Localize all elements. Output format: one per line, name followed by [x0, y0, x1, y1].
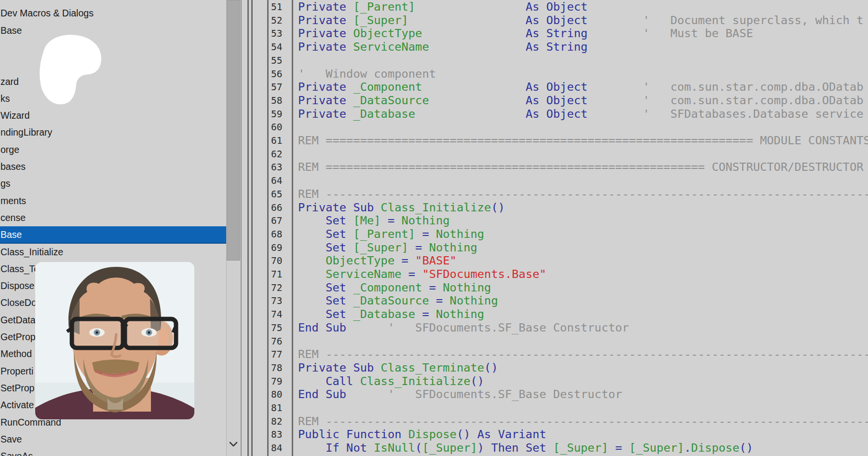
- tree-item[interactable]: Dev Macros & Dialogs: [0, 5, 226, 22]
- line-number[interactable]: 55: [271, 54, 282, 68]
- window-splitter[interactable]: [251, 0, 253, 456]
- line-number[interactable]: 58: [271, 94, 282, 108]
- tree-item[interactable]: gs: [0, 175, 226, 192]
- code-line[interactable]: REM ------------------------------------…: [298, 188, 868, 201]
- code-line[interactable]: Private ObjectType As String ' Must be B…: [298, 27, 753, 41]
- tree-item[interactable]: ndingLibrary: [0, 124, 226, 141]
- line-number[interactable]: 64: [271, 174, 282, 188]
- line-number[interactable]: 74: [271, 308, 282, 321]
- line-number[interactable]: 53: [271, 27, 282, 41]
- code-line[interactable]: Set [Me] = Nothing: [298, 214, 450, 228]
- code-line[interactable]: End Sub ' SFDocuments.SF_Base Destructor: [298, 388, 622, 401]
- line-number[interactable]: 60: [271, 121, 282, 134]
- tree-item[interactable]: SaveAs: [0, 448, 226, 456]
- code-line[interactable]: REM ====================================…: [298, 134, 868, 148]
- line-number[interactable]: 81: [271, 401, 282, 415]
- line-number[interactable]: 68: [271, 228, 282, 241]
- code-line[interactable]: Public Function Dispose() As Variant: [298, 428, 546, 442]
- tree-item[interactable]: orge: [0, 141, 226, 158]
- tree-item[interactable]: Save: [0, 431, 226, 448]
- code-line[interactable]: ' Window component: [298, 68, 436, 81]
- line-number[interactable]: 80: [271, 388, 282, 401]
- code-line[interactable]: Private Sub Class_Terminate(): [298, 361, 498, 375]
- panel-edge-border: [241, 0, 242, 456]
- code-line[interactable]: Private _Component As Object ' com.sun.s…: [298, 81, 864, 94]
- tree-item-label: Properti: [0, 366, 33, 376]
- line-number[interactable]: 57: [271, 81, 282, 94]
- line-number[interactable]: 61: [271, 134, 282, 148]
- tree-item[interactable]: Wizard: [0, 107, 226, 124]
- line-number[interactable]: 82: [271, 415, 282, 428]
- line-number[interactable]: 66: [271, 201, 282, 215]
- line-number[interactable]: 70: [271, 254, 282, 268]
- line-number[interactable]: 67: [271, 214, 282, 228]
- code-token-kw: (): [491, 201, 505, 214]
- code-line[interactable]: Set [_Super] = Nothing: [298, 241, 477, 255]
- code-line[interactable]: Private Sub Class_Initialize(): [298, 201, 505, 215]
- tree-item[interactable]: Class_Initialize: [0, 244, 226, 261]
- line-number-gutter[interactable]: 5152535455565758596061626364656667686970…: [269, 0, 292, 456]
- tree-item[interactable]: Base: [0, 22, 226, 39]
- code-line[interactable]: Set [_Parent] = Nothing: [298, 228, 484, 241]
- code-line[interactable]: REM ------------------------------------…: [298, 415, 868, 428]
- scrollbar-thumb[interactable]: [227, 0, 240, 261]
- code-line[interactable]: Set _Component = Nothing: [298, 281, 491, 295]
- code-line[interactable]: Set _Database = Nothing: [298, 308, 484, 321]
- code-editor[interactable]: Private [_Parent] As ObjectPrivate [_Sup…: [298, 0, 868, 456]
- code-line[interactable]: Set _DataSource = Nothing: [298, 294, 498, 308]
- tree-scrollbar[interactable]: [226, 0, 240, 456]
- tree-item[interactable]: Base: [0, 226, 226, 243]
- code-token-pl: [429, 94, 526, 107]
- line-number[interactable]: 51: [271, 0, 282, 14]
- code-line[interactable]: REM ====================================…: [298, 161, 864, 174]
- code-line[interactable]: Private _DataSource As Object ' com.sun.…: [298, 94, 864, 108]
- code-token-com: ' SFDocuments.SF_Base Destructor: [346, 387, 622, 401]
- code-line[interactable]: Private [_Super] As Object ' Document su…: [298, 14, 864, 28]
- line-number[interactable]: 52: [271, 14, 282, 28]
- code-line[interactable]: Call Class_Initialize(): [298, 375, 484, 388]
- basic-ide-window: Dev Macros & DialogsBasezardksWizardndin…: [0, 0, 868, 456]
- tree-item[interactable]: ments: [0, 193, 226, 209]
- line-number[interactable]: 73: [271, 294, 282, 308]
- code-line[interactable]: ObjectType = "BASE": [298, 254, 457, 268]
- code-line[interactable]: ServiceName = "SFDocuments.Base": [298, 268, 546, 281]
- tree-item[interactable]: cense: [0, 209, 226, 226]
- line-number[interactable]: 84: [271, 442, 282, 455]
- code-token-kw: Set: [326, 281, 353, 294]
- code-line[interactable]: Private ServiceName As String: [298, 41, 588, 54]
- line-number[interactable]: 72: [271, 281, 282, 295]
- line-number[interactable]: 62: [271, 148, 282, 161]
- code-token-id: Nothing: [429, 241, 477, 254]
- portrait-illustration: [35, 262, 194, 419]
- tree-item-label: Class_Te: [0, 263, 39, 274]
- line-number[interactable]: 71: [271, 268, 282, 281]
- code-line[interactable]: If Not IsNull([_Super]) Then Set [_Super…: [298, 442, 753, 455]
- line-number[interactable]: 56: [271, 68, 282, 81]
- tree-item-empty[interactable]: [0, 56, 226, 73]
- code-token-kw: Private: [298, 94, 353, 107]
- code-line[interactable]: REM ------------------------------------…: [298, 348, 868, 361]
- code-line[interactable]: Private [_Parent] As Object: [298, 0, 588, 14]
- code-token-pl: [588, 107, 643, 121]
- line-number[interactable]: 77: [271, 348, 282, 361]
- line-number[interactable]: 63: [271, 161, 282, 174]
- line-number[interactable]: 78: [271, 361, 282, 375]
- line-number[interactable]: 79: [271, 375, 282, 388]
- line-number[interactable]: 75: [271, 321, 282, 335]
- line-number[interactable]: 76: [271, 335, 282, 348]
- line-number[interactable]: 69: [271, 241, 282, 255]
- tree-item[interactable]: ks: [0, 90, 226, 107]
- code-line[interactable]: End Sub ' SFDocuments.SF_Base Constructo…: [298, 321, 629, 335]
- line-number[interactable]: 59: [271, 108, 282, 121]
- tree-item[interactable]: zard: [0, 73, 226, 90]
- tree-item[interactable]: bases: [0, 158, 226, 175]
- tree-item-label: ments: [0, 195, 26, 206]
- line-number[interactable]: 65: [271, 188, 282, 201]
- tree-item-empty[interactable]: [0, 39, 226, 56]
- window-splitter[interactable]: [247, 0, 249, 456]
- code-line[interactable]: Private _Database As Object ' SFDatabase…: [298, 108, 864, 121]
- code-token-id: _Component: [353, 80, 422, 94]
- line-number[interactable]: 54: [271, 41, 282, 54]
- scroll-down-button[interactable]: [227, 434, 240, 456]
- line-number[interactable]: 83: [271, 428, 282, 442]
